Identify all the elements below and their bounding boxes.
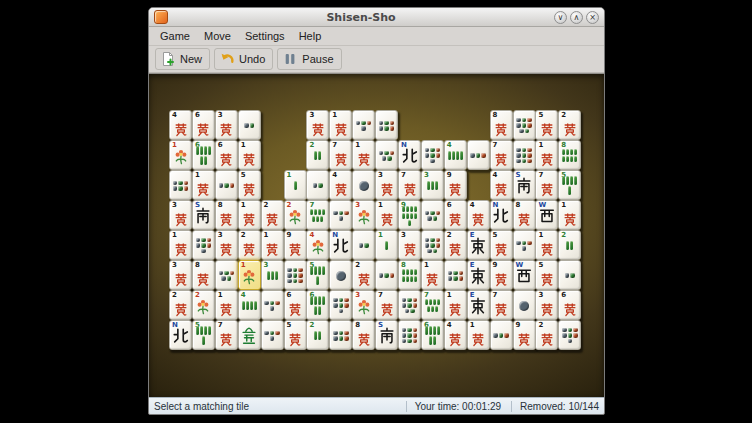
- tile-c3[interactable]: 3: [169, 260, 192, 290]
- tile-c2[interactable]: 2: [261, 200, 284, 230]
- tile-wE[interactable]: E: [467, 230, 490, 260]
- tile-wN[interactable]: N: [490, 200, 513, 230]
- menu-settings[interactable]: Settings: [238, 29, 292, 43]
- tile-c7[interactable]: 7: [375, 290, 398, 320]
- tile-c5[interactable]: 5: [535, 110, 558, 140]
- tile-c4[interactable]: 4: [444, 320, 467, 350]
- tile-d6[interactable]: [375, 110, 398, 140]
- tile-c4[interactable]: 4: [467, 200, 490, 230]
- tile-b5[interactable]: 5: [306, 260, 329, 290]
- tile-b7[interactable]: 7: [306, 200, 329, 230]
- tile-wE[interactable]: E: [467, 260, 490, 290]
- tile-d1[interactable]: [513, 290, 536, 320]
- tile-d7[interactable]: [329, 290, 352, 320]
- tile-c6[interactable]: 6: [192, 110, 215, 140]
- tile-c1[interactable]: 1: [261, 230, 284, 260]
- tile-d8[interactable]: [421, 230, 444, 260]
- tile-c7[interactable]: 7: [398, 170, 421, 200]
- toolbar-pause[interactable]: Pause: [277, 48, 341, 70]
- tile-b4[interactable]: 4: [238, 290, 261, 320]
- tile-c1[interactable]: 1: [375, 200, 398, 230]
- tile-c2[interactable]: 2: [169, 290, 192, 320]
- tile-c7[interactable]: 7: [215, 320, 238, 350]
- titlebar[interactable]: Shisen-Sho ∨∧×: [149, 8, 604, 27]
- tile-c7[interactable]: 7: [329, 140, 352, 170]
- tile-b8[interactable]: 8: [558, 140, 581, 170]
- tile-d8[interactable]: [513, 110, 536, 140]
- tile-d5[interactable]: [421, 200, 444, 230]
- tile-c5[interactable]: 5: [490, 230, 513, 260]
- tile-b6[interactable]: 6: [192, 140, 215, 170]
- tile-c8[interactable]: 8: [513, 200, 536, 230]
- tile-d3[interactable]: [467, 140, 490, 170]
- tile-b9[interactable]: 9: [398, 200, 421, 230]
- tile-c2[interactable]: 2: [238, 230, 261, 260]
- tile-c1[interactable]: 1: [421, 260, 444, 290]
- menu-move[interactable]: Move: [197, 29, 238, 43]
- tile-c9[interactable]: 9: [444, 170, 467, 200]
- tile-f1-selected[interactable]: 1: [238, 260, 261, 290]
- tile-c1[interactable]: 1: [329, 110, 352, 140]
- tile-f1[interactable]: 1: [169, 140, 192, 170]
- tile-f2[interactable]: 2: [284, 200, 307, 230]
- tile-c4[interactable]: 4: [490, 170, 513, 200]
- tile-c3[interactable]: 3: [398, 230, 421, 260]
- tile-d6[interactable]: [444, 260, 467, 290]
- tile-g1[interactable]: [238, 320, 261, 350]
- tile-c3[interactable]: 3: [306, 110, 329, 140]
- tile-b6[interactable]: 6: [421, 320, 444, 350]
- tile-b2[interactable]: 2: [306, 140, 329, 170]
- close-button[interactable]: ×: [586, 11, 599, 24]
- minimize-button[interactable]: ∨: [554, 11, 567, 24]
- tile-d2[interactable]: [352, 230, 375, 260]
- tile-wN[interactable]: N: [169, 320, 192, 350]
- tile-c5[interactable]: 5: [238, 170, 261, 200]
- maximize-button[interactable]: ∧: [570, 11, 583, 24]
- tile-c2[interactable]: 2: [444, 230, 467, 260]
- tile-f4[interactable]: 4: [306, 230, 329, 260]
- tile-wW[interactable]: W: [535, 200, 558, 230]
- tile-c1[interactable]: 1: [444, 290, 467, 320]
- tile-c6[interactable]: 6: [284, 290, 307, 320]
- tile-d4[interactable]: [513, 230, 536, 260]
- tile-c7[interactable]: 7: [490, 140, 513, 170]
- tile-c8[interactable]: 8: [490, 110, 513, 140]
- tile-wN[interactable]: N: [398, 140, 421, 170]
- tile-d3[interactable]: [375, 260, 398, 290]
- tile-d6[interactable]: [169, 170, 192, 200]
- tile-wW[interactable]: W: [513, 260, 536, 290]
- tile-d7[interactable]: [421, 140, 444, 170]
- tile-d1[interactable]: [352, 170, 375, 200]
- toolbar-new[interactable]: New: [155, 48, 210, 70]
- tile-c6[interactable]: 6: [215, 140, 238, 170]
- tile-wS[interactable]: S: [375, 320, 398, 350]
- tile-c1[interactable]: 1: [535, 230, 558, 260]
- tile-c9[interactable]: 9: [284, 230, 307, 260]
- tile-c2[interactable]: 2: [558, 110, 581, 140]
- tile-d5[interactable]: [215, 260, 238, 290]
- tile-b5[interactable]: 5: [192, 320, 215, 350]
- tile-d5[interactable]: [375, 140, 398, 170]
- tile-d2[interactable]: [238, 110, 261, 140]
- tile-c1[interactable]: 1: [215, 290, 238, 320]
- tile-c3[interactable]: 3: [375, 170, 398, 200]
- tile-f3[interactable]: 3: [352, 290, 375, 320]
- tile-c6[interactable]: 6: [444, 200, 467, 230]
- tile-c8[interactable]: 8: [352, 320, 375, 350]
- tile-wN[interactable]: N: [329, 230, 352, 260]
- menu-help[interactable]: Help: [292, 29, 329, 43]
- tile-wS[interactable]: S: [192, 200, 215, 230]
- tile-b8[interactable]: 8: [398, 260, 421, 290]
- tile-f3[interactable]: 3: [352, 200, 375, 230]
- tile-c5[interactable]: 5: [535, 260, 558, 290]
- tile-b2[interactable]: 2: [306, 320, 329, 350]
- tile-d9[interactable]: [513, 140, 536, 170]
- tile-d4[interactable]: [261, 290, 284, 320]
- tile-c1[interactable]: 1: [238, 140, 261, 170]
- tile-c1[interactable]: 1: [535, 140, 558, 170]
- tile-b5[interactable]: 5: [558, 170, 581, 200]
- tile-c4[interactable]: 4: [329, 170, 352, 200]
- tile-c2[interactable]: 2: [352, 260, 375, 290]
- tile-d7[interactable]: [192, 230, 215, 260]
- tile-c6[interactable]: 6: [558, 290, 581, 320]
